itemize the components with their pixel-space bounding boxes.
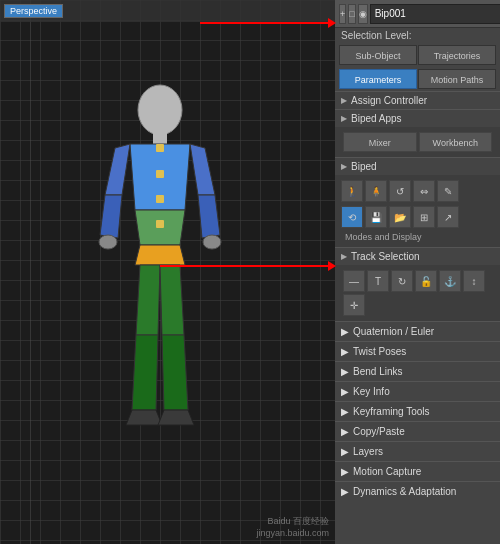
trajectories-btn[interactable]: Trajectories (418, 45, 496, 65)
tab-parameters[interactable]: Parameters (339, 69, 417, 89)
dynamics-label: Dynamics & Adaptation (353, 486, 456, 497)
svg-rect-1 (153, 132, 167, 144)
watermark: Baidu 百度经验 jingyan.baidu.com (256, 515, 329, 538)
mirror-icon-btn[interactable]: ⇔ (413, 180, 435, 202)
biped-label: Biped (351, 161, 377, 172)
arrow-indicator-2 (160, 265, 330, 267)
load-icon-btn[interactable]: 📂 (389, 206, 411, 228)
twist-poses-label: Twist Poses (353, 346, 406, 357)
svg-marker-8 (190, 144, 215, 195)
motion-capture-label: Motion Capture (353, 466, 421, 477)
selection-level-buttons: Sub-Object Trajectories (335, 43, 500, 67)
viewport-tab-perspective[interactable]: Perspective (4, 4, 63, 18)
track-t-btn[interactable]: T (367, 270, 389, 292)
track-lock-btn[interactable]: 🔓 (415, 270, 437, 292)
right-panel: + □ ◉ ≡ Selection Level: Sub-Object Traj… (335, 0, 500, 544)
walk-icon-btn[interactable]: 🚶 (341, 180, 363, 202)
track-rotate-btn[interactable]: ↻ (391, 270, 413, 292)
biped-apps-content: Mixer Workbench (335, 127, 500, 157)
edit-icon-btn[interactable]: ✎ (437, 180, 459, 202)
biped-apps-label: Biped Apps (351, 113, 402, 124)
save-icon-btn[interactable]: 💾 (365, 206, 387, 228)
svg-marker-5 (105, 144, 130, 195)
section-key-info[interactable]: ▶ Key Info (335, 381, 500, 401)
name-field[interactable] (370, 4, 500, 24)
track-selection-content: — T ↻ 🔓 ⚓ ↕ ✛ (335, 265, 500, 321)
arrow-twist: ▶ (341, 346, 349, 357)
section-assign-controller[interactable]: ▶ Assign Controller (335, 91, 500, 109)
square-button[interactable]: □ (348, 4, 355, 24)
arrow-biped: ▶ (341, 162, 347, 171)
arrow-biped-apps: ▶ (341, 114, 347, 123)
section-quaternion[interactable]: ▶ Quaternion / Euler (335, 321, 500, 341)
biped-icons-row1: 🚶 🧍 ↺ ⇔ ✎ (339, 178, 496, 204)
modes-display-label: Modes and Display (339, 230, 496, 244)
workbench-btn[interactable]: Workbench (419, 132, 493, 152)
add-button[interactable]: + (339, 4, 346, 24)
section-motion-capture[interactable]: ▶ Motion Capture (335, 461, 500, 481)
sub-object-btn[interactable]: Sub-Object (339, 45, 417, 65)
biped-icons-row2: ⟲ 💾 📂 ⊞ ↗ (339, 204, 496, 230)
layers-label: Layers (353, 446, 383, 457)
svg-rect-20 (156, 220, 164, 228)
main-tabs: Parameters Motion Paths (335, 67, 500, 91)
svg-marker-9 (198, 195, 220, 238)
track-selection-label: Track Selection (351, 251, 420, 262)
arrow-quat: ▶ (341, 326, 349, 337)
arrow-motion: ▶ (341, 466, 349, 477)
ik-icon-btn[interactable]: ↗ (437, 206, 459, 228)
svg-marker-16 (158, 410, 194, 425)
grid-view: Perspective Baidu 百度经验 jingyan.baidu.com (0, 0, 335, 544)
arrow-indicator-1 (200, 22, 330, 24)
section-layers[interactable]: ▶ Layers (335, 441, 500, 461)
assign-controller-label: Assign Controller (351, 95, 427, 106)
section-keyframing-tools[interactable]: ▶ Keyframing Tools (335, 401, 500, 421)
figure-icon-btn[interactable]: 🧍 (365, 180, 387, 202)
viewport-topbar: Perspective (0, 0, 335, 22)
top-toolbar: + □ ◉ ≡ (335, 0, 500, 28)
move-icon-btn[interactable]: ⟲ (341, 206, 363, 228)
track-anchor-btn[interactable]: ⚓ (439, 270, 461, 292)
mixer-btn[interactable]: Mixer (343, 132, 417, 152)
arrow-assign: ▶ (341, 96, 347, 105)
snap-icon-btn[interactable]: ⊞ (413, 206, 435, 228)
tab-motion-paths[interactable]: Motion Paths (418, 69, 496, 89)
arrow-layers: ▶ (341, 446, 349, 457)
svg-marker-6 (100, 195, 122, 238)
quaternion-label: Quaternion / Euler (353, 326, 434, 337)
arrow-key: ▶ (341, 386, 349, 397)
arrow-bend: ▶ (341, 366, 349, 377)
svg-marker-4 (135, 245, 185, 265)
svg-marker-13 (126, 410, 162, 425)
arrow-copy: ▶ (341, 426, 349, 437)
arrow-track: ▶ (341, 252, 347, 261)
svg-marker-15 (162, 335, 188, 410)
section-dynamics[interactable]: ▶ Dynamics & Adaptation (335, 481, 500, 501)
svg-marker-11 (136, 265, 160, 335)
section-biped[interactable]: ▶ Biped (335, 157, 500, 175)
bend-links-label: Bend Links (353, 366, 402, 377)
track-arrows-btn[interactable]: ↕ (463, 270, 485, 292)
svg-point-0 (138, 85, 182, 135)
section-track-selection[interactable]: ▶ Track Selection (335, 247, 500, 265)
track-dash-btn[interactable]: — (343, 270, 365, 292)
key-info-label: Key Info (353, 386, 390, 397)
section-twist-poses[interactable]: ▶ Twist Poses (335, 341, 500, 361)
svg-rect-19 (156, 195, 164, 203)
section-copy-paste[interactable]: ▶ Copy/Paste (335, 421, 500, 441)
section-biped-apps[interactable]: ▶ Biped Apps (335, 109, 500, 127)
copy-paste-label: Copy/Paste (353, 426, 405, 437)
keyframing-tools-label: Keyframing Tools (353, 406, 430, 417)
viewport-3d[interactable]: Perspective Baidu 百度经验 jingyan.baidu.com (0, 0, 335, 544)
selection-level-label: Selection Level: (335, 28, 500, 43)
biped-content: 🚶 🧍 ↺ ⇔ ✎ ⟲ 💾 📂 ⊞ ↗ Modes and Display (335, 175, 500, 247)
track-icons: — T ↻ 🔓 ⚓ ↕ ✛ (339, 268, 496, 318)
mixer-workbench-row: Mixer Workbench (339, 130, 496, 154)
panel-content: ▶ Assign Controller ▶ Biped Apps Mixer W… (335, 91, 500, 544)
track-move2-btn[interactable]: ✛ (343, 294, 365, 316)
svg-point-10 (203, 235, 221, 249)
cycle-icon-btn[interactable]: ↺ (389, 180, 411, 202)
circle-button[interactable]: ◉ (358, 4, 368, 24)
arrow-keyframe: ▶ (341, 406, 349, 417)
section-bend-links[interactable]: ▶ Bend Links (335, 361, 500, 381)
